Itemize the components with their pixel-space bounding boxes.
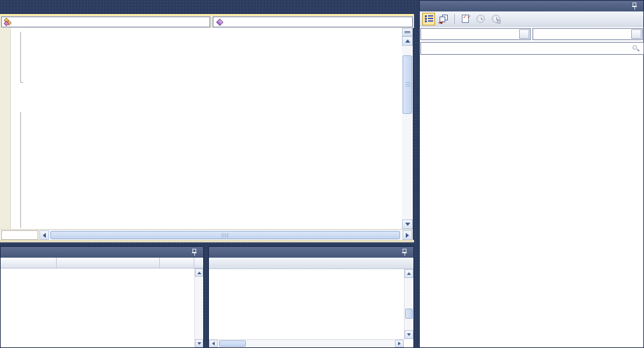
column-header-value[interactable]: [57, 258, 160, 268]
scroll-down-icon[interactable]: [402, 219, 413, 229]
intellitrace-toolbar: ✓✓: [420, 11, 643, 27]
intellitrace-panel: ✓✓: [419, 0, 644, 348]
using-block-guide: [20, 32, 23, 83]
threads-dropdown[interactable]: [533, 28, 643, 40]
editor-edge-strip: [0, 240, 414, 242]
scroll-left-icon[interactable]: [209, 340, 218, 347]
intellitrace-body: ✓✓: [420, 11, 643, 347]
type-dropdown[interactable]: [1, 17, 210, 27]
intellitrace-title-bar[interactable]: [420, 1, 643, 11]
hscroll-thumb[interactable]: [219, 340, 246, 347]
categories-dropdown[interactable]: [420, 28, 531, 40]
output-body: [209, 258, 413, 347]
search-icon[interactable]: [633, 45, 640, 52]
class-scope-guide: [20, 112, 23, 228]
scroll-down-icon[interactable]: [195, 339, 203, 347]
zoom-selector[interactable]: [1, 230, 38, 240]
autos-body: [1, 258, 203, 347]
output-text-area[interactable]: [209, 269, 404, 339]
pin-icon[interactable]: [402, 249, 407, 256]
method-icon: [215, 18, 224, 26]
column-header-type[interactable]: [160, 258, 194, 268]
output-toolbar: [209, 258, 413, 269]
output-title-bar[interactable]: [209, 247, 413, 258]
search-input[interactable]: [420, 42, 644, 55]
column-header-name[interactable]: [1, 258, 57, 268]
chevron-down-icon: [631, 29, 641, 39]
scroll-right-icon[interactable]: [403, 230, 412, 240]
intellitrace-event-list: [420, 57, 643, 347]
autos-header-row: [1, 258, 203, 268]
vscroll-thumb[interactable]: [405, 309, 413, 319]
vscroll-thumb[interactable]: [403, 55, 412, 114]
pin-icon[interactable]: [192, 249, 197, 256]
hscroll-thumb[interactable]: [50, 231, 400, 239]
editor-navigation-bar: [0, 16, 414, 28]
breakpoint-gutter[interactable]: [0, 28, 11, 229]
scroll-down-icon[interactable]: [404, 330, 413, 339]
autos-rows: [1, 268, 203, 347]
member-dropdown[interactable]: [213, 17, 413, 27]
scroll-up-icon[interactable]: [404, 269, 413, 278]
checklist-icon[interactable]: ✓✓: [459, 13, 471, 25]
switch-view-icon[interactable]: [438, 13, 450, 25]
clock-table-icon[interactable]: [489, 13, 502, 25]
column-header-spacer: [194, 258, 203, 268]
autos-title-bar[interactable]: [1, 247, 203, 258]
editor-vscrollbar[interactable]: [402, 36, 413, 229]
clock-icon[interactable]: [474, 13, 487, 25]
output-vscrollbar[interactable]: [404, 269, 413, 339]
output-panel: [208, 246, 414, 348]
class-icon: [4, 18, 13, 26]
autos-vscrollbar[interactable]: [194, 268, 203, 347]
autos-panel: [0, 246, 204, 348]
code-editor[interactable]: [0, 28, 413, 229]
editor-bottom-bar: [0, 229, 413, 240]
editor-splitter-handle[interactable]: [402, 28, 413, 36]
pin-icon[interactable]: [632, 3, 637, 10]
scroll-up-icon[interactable]: [195, 268, 203, 277]
toolbar-separator: [454, 14, 455, 24]
scroll-left-icon[interactable]: [39, 230, 49, 240]
list-view-icon[interactable]: [422, 13, 435, 25]
scroll-right-icon[interactable]: [395, 340, 404, 347]
vs-ide-window: ✓✓: [0, 0, 644, 348]
editor-hscrollbar[interactable]: [39, 230, 413, 240]
output-hscrollbar[interactable]: [209, 339, 404, 347]
chevron-down-icon: [519, 29, 529, 39]
intellitrace-filters: [420, 27, 643, 41]
scroll-up-icon[interactable]: [402, 36, 413, 46]
